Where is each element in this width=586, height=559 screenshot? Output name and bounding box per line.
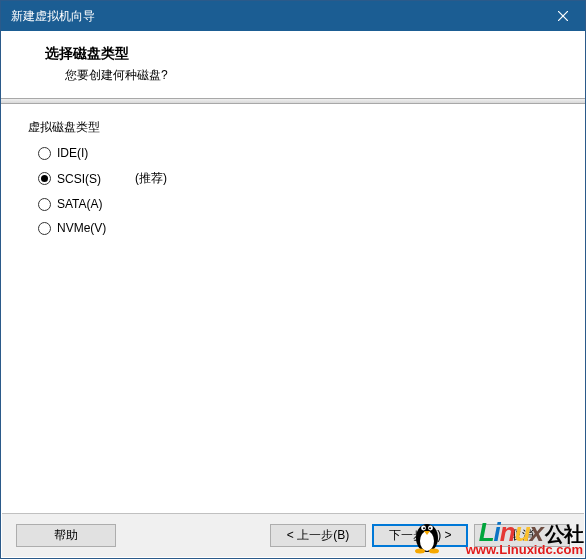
option-nvme-label: NVMe(V) <box>57 221 117 235</box>
close-button[interactable] <box>540 1 585 31</box>
back-button[interactable]: < 上一步(B) <box>270 524 366 547</box>
close-icon <box>558 11 568 21</box>
titlebar: 新建虚拟机向导 <box>1 1 585 31</box>
disk-type-options: IDE(I) SCSI(S) (推荐) SATA(A) NVMe(V) <box>24 146 562 235</box>
cancel-button[interactable]: 取消 <box>474 524 570 547</box>
radio-icon <box>38 198 51 211</box>
option-sata-label: SATA(A) <box>57 197 117 211</box>
radio-icon <box>38 222 51 235</box>
help-button[interactable]: 帮助 <box>16 524 116 547</box>
wizard-header: 选择磁盘类型 您要创建何种磁盘? <box>1 31 585 98</box>
page-subtitle: 您要创建何种磁盘? <box>31 67 565 84</box>
option-ide-label: IDE(I) <box>57 146 117 160</box>
option-scsi[interactable]: SCSI(S) (推荐) <box>38 170 562 187</box>
disk-type-group-label: 虚拟磁盘类型 <box>24 119 562 136</box>
next-button[interactable]: 下一步(N) > <box>372 524 468 547</box>
radio-icon <box>38 147 51 160</box>
option-nvme[interactable]: NVMe(V) <box>38 221 562 235</box>
radio-icon <box>38 172 51 185</box>
option-scsi-label: SCSI(S) <box>57 172 117 186</box>
page-title: 选择磁盘类型 <box>31 45 565 63</box>
content-area: 虚拟磁盘类型 IDE(I) SCSI(S) (推荐) SATA(A) NVMe(… <box>2 101 584 512</box>
window-title: 新建虚拟机向导 <box>11 1 95 31</box>
option-ide[interactable]: IDE(I) <box>38 146 562 160</box>
wizard-window: 新建虚拟机向导 选择磁盘类型 您要创建何种磁盘? 虚拟磁盘类型 IDE(I) S… <box>0 0 586 559</box>
option-sata[interactable]: SATA(A) <box>38 197 562 211</box>
button-bar: 帮助 < 上一步(B) 下一步(N) > 取消 <box>2 513 584 557</box>
option-scsi-extra: (推荐) <box>123 170 167 187</box>
